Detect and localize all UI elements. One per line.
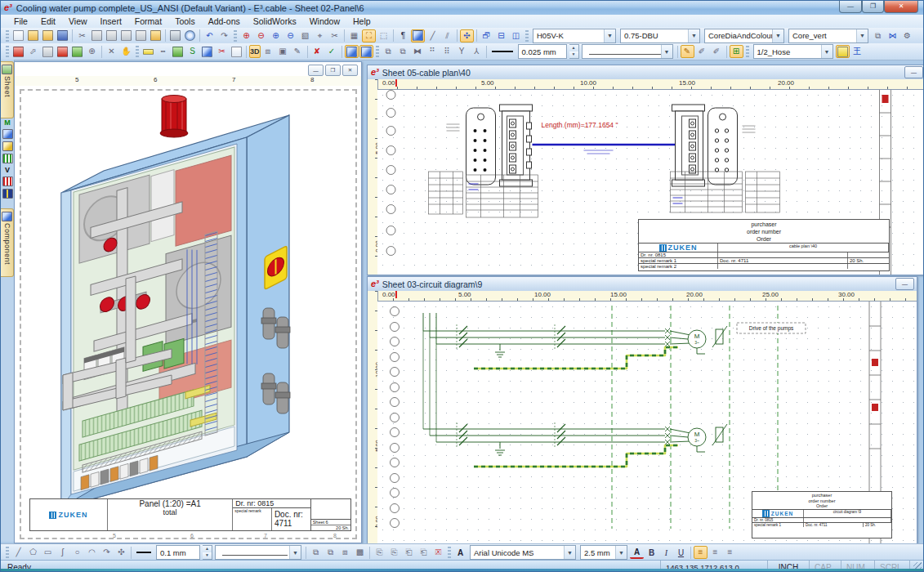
zoom-sheet-icon[interactable]: ✂: [328, 29, 341, 42]
help-icon[interactable]: [183, 29, 197, 42]
bold-icon[interactable]: B: [645, 546, 658, 559]
menu-file[interactable]: File: [7, 16, 34, 27]
pair-c-icon[interactable]: ⧓: [411, 45, 425, 58]
wire-group-combo[interactable]: H05V-K▼: [533, 29, 616, 43]
import-icon[interactable]: [11, 45, 25, 58]
font-icon[interactable]: A: [453, 546, 467, 559]
print-icon[interactable]: [168, 29, 182, 42]
graphic-width-combo[interactable]: 0.1 mm: [156, 545, 200, 560]
new-icon[interactable]: [11, 29, 25, 42]
group-edit-icon[interactable]: ⧈: [338, 546, 352, 559]
pen-gray2-icon[interactable]: ✐: [710, 45, 724, 58]
cut-wire-icon[interactable]: ✂: [215, 45, 229, 58]
workspace-icon[interactable]: M: [3, 118, 12, 127]
hose-tee-icon[interactable]: 王: [850, 45, 864, 58]
cable-minimize-button[interactable]: [904, 66, 923, 78]
clipboard-icon[interactable]: [134, 29, 148, 42]
box-3d-icon[interactable]: ⧈: [261, 45, 275, 58]
merge-y-icon[interactable]: ⅄: [470, 45, 484, 58]
line-style-combo[interactable]: ▼: [582, 44, 673, 59]
disconnect-icon[interactable]: ✘: [310, 45, 324, 58]
pen-orange-icon[interactable]: ✎: [681, 45, 694, 58]
undo-icon[interactable]: ↶: [203, 29, 216, 42]
connect-cores-icon[interactable]: ⧉: [871, 29, 885, 42]
wire-size-combo[interactable]: 0.75-DBU▼: [620, 29, 700, 43]
connect-icon[interactable]: ✓: [325, 45, 339, 58]
pilcrow-icon[interactable]: ¶: [396, 29, 410, 42]
copy-fwd-icon[interactable]: ⎘: [373, 546, 386, 559]
pair-a-icon[interactable]: ⧉: [382, 45, 395, 58]
pan-down-icon[interactable]: ⊖: [283, 29, 297, 42]
draw-rectangle-icon[interactable]: ▭: [41, 546, 55, 559]
close-button[interactable]: [884, 1, 918, 13]
draw-circle-icon[interactable]: ○: [70, 546, 84, 559]
cable-window-titlebar[interactable]: e³ Sheet 05-cable plan\40: [368, 65, 924, 80]
circuit-minimize-button[interactable]: [895, 278, 914, 290]
zoom-window-icon[interactable]: ▧: [298, 29, 312, 42]
sheet-b-icon[interactable]: [230, 45, 243, 58]
zoom-in-icon[interactable]: ⊕: [239, 29, 253, 42]
font-size-combo[interactable]: 2.5 mm▼: [580, 545, 627, 560]
draw-spline-icon[interactable]: ʃ: [56, 546, 69, 559]
align-left-icon[interactable]: ≡: [694, 546, 708, 559]
delete-graphic-icon[interactable]: 🗵: [431, 546, 445, 559]
circuit-window[interactable]: e³ Sheet 03-circuit diagram\9 0.00 5.00 …: [367, 276, 917, 544]
device-green-icon[interactable]: [70, 45, 84, 58]
split-y-icon[interactable]: Y: [455, 45, 469, 58]
italic-icon[interactable]: I: [659, 546, 673, 559]
menu-format[interactable]: Format: [128, 16, 168, 27]
panel-window[interactable]: — ❐ ✕ 5 6 7 8: [14, 61, 362, 543]
line-width-spinner[interactable]: ▲▼: [569, 44, 579, 59]
pan-up-icon[interactable]: ⊕: [269, 29, 283, 42]
paste-special-icon[interactable]: [119, 29, 133, 42]
font-color-icon[interactable]: A: [630, 546, 644, 559]
graphic-style-combo[interactable]: ▼: [215, 545, 301, 560]
line-icon[interactable]: ╱: [426, 29, 440, 42]
panel-minimize-button[interactable]: —: [308, 65, 324, 76]
cut-icon[interactable]: ✂: [75, 29, 89, 42]
pen-gray1-icon[interactable]: ✐: [695, 45, 709, 58]
pins2-icon[interactable]: ⠿: [440, 45, 454, 58]
menu-solidworks[interactable]: SolidWorks: [247, 16, 303, 27]
copy-icon[interactable]: [90, 29, 104, 42]
pins-icon[interactable]: ⠛: [426, 45, 440, 58]
blue-cube-icon[interactable]: [2, 129, 13, 139]
maximize-button[interactable]: [862, 1, 884, 13]
line-width-combo[interactable]: 0.025 mm: [518, 44, 567, 59]
circuit-canvas[interactable]: M 3~ M 3~ Drive of the pumps: [377, 302, 917, 543]
bring-front-icon[interactable]: ⎗: [417, 546, 431, 559]
open-project-icon[interactable]: [41, 29, 55, 42]
hose-pair-icon[interactable]: [836, 45, 850, 58]
cube-view-icon[interactable]: [345, 45, 359, 58]
font-combo[interactable]: Arial Unicode MS▼: [470, 545, 576, 560]
move-mode-icon[interactable]: ✣: [460, 29, 474, 42]
menu-view[interactable]: View: [62, 16, 94, 27]
kite-icon[interactable]: ⬀: [26, 45, 40, 58]
zoom-out-icon[interactable]: ⊖: [254, 29, 268, 42]
dots-icon[interactable]: ┅: [156, 45, 170, 58]
copy-back-icon[interactable]: ⎘: [387, 546, 401, 559]
menu-insert[interactable]: Insert: [94, 16, 128, 27]
cable-canvas[interactable]: Length (mm)=177.1654 ": [377, 90, 924, 275]
group-icon[interactable]: ⧉: [309, 546, 323, 559]
core-sort-combo[interactable]: Core_vert▼: [788, 29, 868, 43]
draw-arc2-icon[interactable]: ↷: [100, 546, 114, 559]
menu-tools[interactable]: Tools: [168, 16, 202, 27]
filter-cores-icon[interactable]: ⋈: [886, 29, 899, 42]
find-icon[interactable]: ⌖: [313, 29, 327, 42]
open-icon[interactable]: [26, 29, 40, 42]
tile-vertical-icon[interactable]: ◫: [509, 29, 523, 42]
core-settings-icon[interactable]: ⚙: [900, 29, 914, 42]
menu-window[interactable]: Window: [303, 16, 346, 27]
v-marker-icon[interactable]: V: [3, 166, 12, 174]
blue-flag-icon[interactable]: [2, 189, 13, 199]
pen-icon[interactable]: ✎: [291, 45, 305, 58]
text-box-icon[interactable]: [411, 29, 425, 42]
send-back-icon[interactable]: ⎗: [402, 546, 416, 559]
title-bar[interactable]: e³ Cooling water pump complete_US_ANSI (…: [1, 1, 923, 16]
cable-window[interactable]: e³ Sheet 05-cable plan\40 0.00 5.00 10.0…: [367, 65, 924, 275]
draw-move-icon[interactable]: ✣: [114, 546, 128, 559]
graphic-width-spinner[interactable]: ▲▼: [203, 545, 212, 560]
yellow-cube-icon[interactable]: [2, 141, 13, 151]
delete-icon[interactable]: ✕: [105, 45, 118, 58]
